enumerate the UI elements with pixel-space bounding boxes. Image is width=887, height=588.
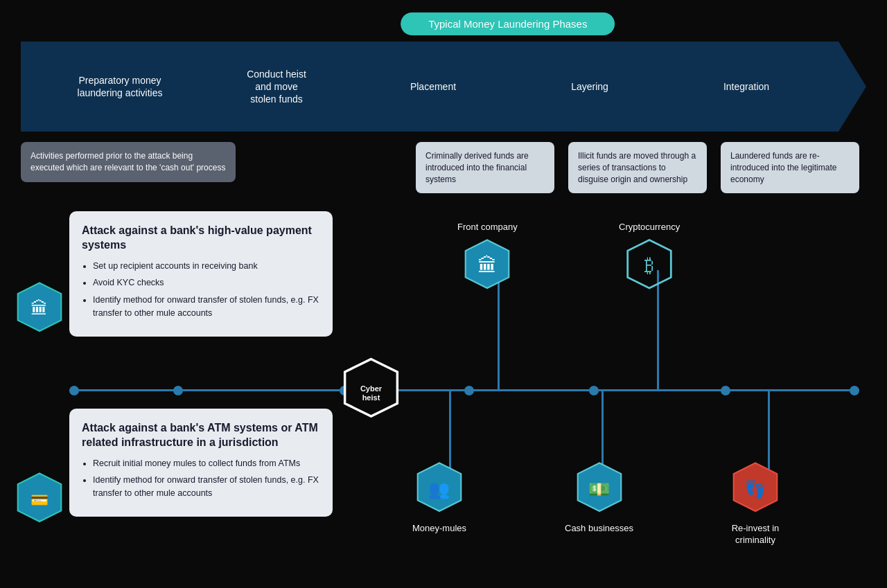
svg-text:👣: 👣: [745, 479, 767, 500]
svg-text:₿: ₿: [644, 255, 654, 276]
box-atm: Attack against a bank's ATM systems or A…: [69, 409, 333, 517]
timeline-line: [69, 389, 859, 391]
box-bank-list: Set up recipient accounts in receiving b…: [82, 260, 320, 320]
svg-text:💵: 💵: [588, 479, 611, 500]
box-bank-item-2: Avoid KYC checks: [93, 276, 320, 289]
svg-text:Cyber: Cyber: [360, 384, 383, 393]
atm-hex-icon: 💳: [15, 471, 64, 519]
phase-integration: Integration: [668, 80, 825, 93]
svg-text:🏛: 🏛: [31, 299, 49, 318]
desc-layering-text: Illicit funds are moved through a series…: [578, 151, 696, 184]
desc-preparatory: Activities performed prior to the attack…: [21, 142, 236, 182]
box-bank: Attack against a bank's high-value payme…: [69, 211, 333, 337]
svg-text:👥: 👥: [429, 479, 451, 500]
box-atm-item-1: Recruit initial money mules to collect f…: [93, 457, 320, 470]
phase-placement: Placement: [355, 80, 511, 93]
box-atm-list: Recruit initial money mules to collect f…: [82, 457, 320, 500]
desc-integration: Laundered funds are re-introduced into t…: [721, 142, 859, 193]
front-company-node: Front company 🏛: [457, 222, 518, 296]
timeline-dot-1: [173, 386, 183, 395]
box-bank-item-3: Identify method for onward transfer of s…: [93, 294, 320, 320]
money-mules-label: Money-mules: [412, 523, 466, 533]
desc-placement-text: Criminally derived funds are introduced …: [425, 151, 529, 184]
box-bank-item-1: Set up recipient accounts in receiving b…: [93, 260, 320, 273]
money-mules-node: 👥 Money-mules: [412, 461, 466, 533]
cash-businesses-node: 💵 Cash businesses: [565, 461, 633, 533]
desc-preparatory-text: Activities performed prior to the attack…: [30, 151, 225, 172]
crypto-label: Cryptocurrency: [619, 222, 680, 232]
timeline-dot-end: [850, 386, 859, 395]
bank-hex-icon: 🏛: [15, 280, 64, 329]
timeline-dot-3: [464, 386, 474, 395]
timeline-dot-5: [721, 386, 730, 395]
title-text: Typical Money Laundering Phases: [428, 18, 587, 30]
front-company-label: Front company: [457, 222, 518, 232]
phase-conduct: Conduct heistand movestolen funds: [198, 68, 355, 106]
phase-layering: Layering: [511, 80, 668, 93]
reinvest-label: Re-invest incriminality: [731, 523, 780, 546]
phase-preparatory: Preparatory moneylaundering activities: [42, 74, 198, 99]
desc-integration-text: Laundered funds are re-introduced into t…: [730, 151, 836, 184]
timeline-dot-4: [589, 386, 599, 395]
box-bank-title: Attack against a bank's high-value payme…: [82, 224, 320, 253]
main-container: Typical Money Laundering Phases Preparat…: [0, 0, 887, 588]
cyber-heist-node: Cyber heist: [338, 357, 404, 425]
phases-container: Preparatory moneylaundering activities C…: [42, 68, 825, 106]
cash-businesses-label: Cash businesses: [565, 523, 633, 533]
box-atm-title: Attack against a bank's ATM systems or A…: [82, 421, 320, 450]
timeline-dot-start: [69, 386, 79, 395]
svg-text:heist: heist: [362, 393, 380, 402]
desc-placement: Criminally derived funds are introduced …: [416, 142, 554, 193]
svg-text:💳: 💳: [30, 491, 49, 509]
box-atm-item-2: Identify method for onward transfer of s…: [93, 474, 320, 500]
title-pill: Typical Money Laundering Phases: [401, 12, 615, 35]
crypto-node: Cryptocurrency ₿: [619, 222, 680, 296]
reinvest-node: 👣 Re-invest incriminality: [731, 461, 780, 546]
desc-layering: Illicit funds are moved through a series…: [568, 142, 707, 193]
svg-text:🏛: 🏛: [477, 255, 497, 276]
arrow-banner: Preparatory moneylaundering activities C…: [21, 42, 866, 132]
